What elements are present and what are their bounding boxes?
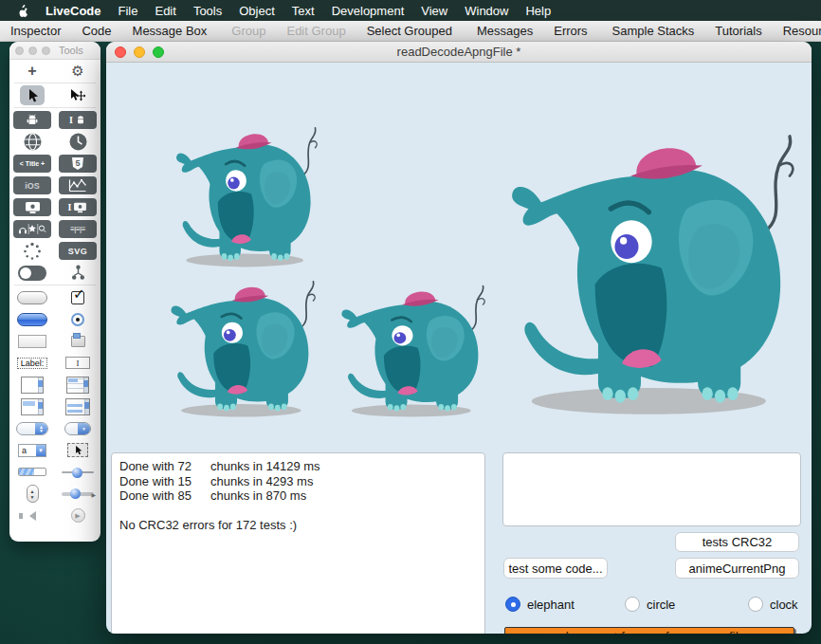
tool-rounded-button[interactable] <box>9 286 55 308</box>
default-button-icon <box>17 313 47 326</box>
toolbar-messages[interactable]: Messages <box>466 24 543 38</box>
toolbar-tutorials[interactable]: Tutorials <box>704 24 772 38</box>
tool-segmented-control-icons[interactable] <box>9 218 55 240</box>
tool-android-field[interactable]: I <box>55 109 100 131</box>
toolbar-message-box[interactable]: Message Box <box>122 24 218 38</box>
toolbar-select-grouped[interactable]: Select Grouped <box>356 24 463 38</box>
table-field-icon <box>66 377 89 394</box>
tool-combo-box[interactable]: a▼ <box>9 439 55 461</box>
basket-icon <box>71 336 85 347</box>
tool-progress-bar[interactable] <box>9 461 55 483</box>
tool-stepper[interactable]: ▲▼ <box>9 483 55 505</box>
toolbar-inspector[interactable]: Inspector <box>0 24 71 38</box>
radio-dot[interactable] <box>625 597 640 612</box>
tree-icon <box>71 265 85 281</box>
tool-slider[interactable] <box>55 461 100 483</box>
tool-tree-view[interactable] <box>55 262 100 284</box>
elephant-image-large <box>478 123 794 419</box>
tool-rectangle-button[interactable] <box>9 330 55 352</box>
tool-browse[interactable] <box>9 84 55 106</box>
tool-scrollbar[interactable]: ▶ <box>55 483 100 505</box>
menu-livecode[interactable]: LiveCode <box>37 4 110 18</box>
tests-crc32-button[interactable]: tests CRC32 <box>675 532 799 552</box>
tool-navbar-widget[interactable]: < Title + <box>9 153 55 175</box>
tool-label[interactable]: Label: <box>9 352 55 374</box>
toolbar-resources[interactable]: Resources <box>773 24 821 38</box>
toolbar-errors[interactable]: Errors <box>543 24 597 38</box>
tool-option-menu[interactable]: ▲▼ <box>9 417 55 439</box>
menu-help[interactable]: Help <box>517 4 559 18</box>
tool-clock-widget[interactable] <box>55 131 100 153</box>
tool-styled-list[interactable] <box>55 396 100 417</box>
radio-elephant[interactable]: elephant <box>505 597 575 612</box>
tool-scrolling-list[interactable] <box>9 396 55 417</box>
tool-mac-native-button[interactable] <box>9 196 55 218</box>
menu-tools[interactable]: Tools <box>185 4 230 18</box>
log-line: Done with 72chunks in 14129 ms <box>119 459 477 474</box>
menu-window[interactable]: Window <box>456 4 517 18</box>
toolbar-sample-stacks[interactable]: Sample Stacks <box>602 24 705 38</box>
tool-segmented-control-text[interactable]: ≡|≡|≡ <box>55 218 100 240</box>
frame-source-radio-group: elephant circle clock <box>106 597 812 616</box>
read-export-frames-button[interactable]: read - export frames from apng file... <box>504 627 794 634</box>
tool-switch-button[interactable] <box>9 262 55 284</box>
menu-object[interactable]: Object <box>230 4 283 18</box>
ios-label: iOS <box>25 181 40 191</box>
tool-popup-menu[interactable]: ▼ <box>55 417 100 439</box>
menu-edit[interactable]: Edit <box>146 4 184 18</box>
tool-text-entry[interactable]: I <box>55 352 100 374</box>
palette-close-button[interactable] <box>15 46 24 55</box>
palette-add-button[interactable]: + <box>9 60 55 82</box>
toolbar-code[interactable]: Code <box>71 24 121 38</box>
radio-circle[interactable]: circle <box>625 597 675 612</box>
test-some-code-button[interactable]: test some code... <box>503 558 608 579</box>
radio-dot[interactable] <box>748 597 763 612</box>
tool-container[interactable] <box>55 330 100 352</box>
menu-text[interactable]: Text <box>283 4 323 18</box>
log-line: Done with 85chunks in 870 ms <box>119 488 477 504</box>
tool-ios-native-button[interactable]: iOS <box>9 175 55 196</box>
log-line: Done with 15chunks in 4293 ms <box>119 474 477 489</box>
tool-pointer[interactable] <box>55 84 100 106</box>
menu-view[interactable]: View <box>412 4 456 18</box>
tools-palette-titlebar[interactable]: Tools <box>9 42 100 60</box>
tool-browser-widget[interactable] <box>9 131 55 153</box>
window-titlebar[interactable]: readDecodeApngFile * <box>106 42 812 63</box>
spinner-icon <box>23 242 42 261</box>
palette-zoom-button[interactable] <box>42 46 50 55</box>
menu-development[interactable]: Development <box>323 4 413 18</box>
tool-graph-widget[interactable] <box>55 175 100 196</box>
speaker-icon <box>29 511 36 521</box>
menu-file[interactable]: File <box>110 4 147 18</box>
mac-monitor-icon <box>73 202 87 213</box>
tool-list-field[interactable] <box>9 374 55 396</box>
palette-minimize-button[interactable] <box>28 46 37 55</box>
segmented-icons-icon <box>17 223 47 235</box>
apple-menu-icon[interactable] <box>15 4 27 18</box>
tool-table-field[interactable] <box>55 374 100 396</box>
tool-activity-indicator[interactable] <box>9 240 55 262</box>
tool-video-player[interactable]: ▶ <box>55 505 100 526</box>
tool-checkbox[interactable]: ✓ <box>55 286 100 308</box>
palette-settings-button[interactable]: ⚙ <box>55 60 100 82</box>
android-icon <box>75 115 86 125</box>
tool-button-menu[interactable] <box>55 439 100 461</box>
anime-current-png-button[interactable]: animeCurrentPng <box>675 558 799 579</box>
popup-menu-icon: ▼ <box>64 422 91 435</box>
tool-audio-player[interactable] <box>9 505 55 526</box>
tool-default-button[interactable] <box>9 308 55 330</box>
tool-android-button[interactable] <box>9 109 55 131</box>
tool-radio-button[interactable] <box>55 308 100 330</box>
rounded-button-icon <box>17 291 47 304</box>
tool-html5-widget[interactable]: 5 <box>55 153 100 175</box>
stack-canvas: Done with 72chunks in 14129 ms Done with… <box>106 63 812 634</box>
radio-clock[interactable]: clock <box>748 597 798 612</box>
gear-icon: ⚙ <box>71 63 83 80</box>
tool-mac-native-field[interactable]: I <box>55 196 100 218</box>
result-field[interactable] <box>502 452 801 526</box>
label-tool-text: Label: <box>17 358 48 369</box>
navbar-widget-label: < Title + <box>20 160 45 167</box>
radio-dot[interactable] <box>505 597 520 612</box>
tool-svg-icon-widget[interactable]: SVG <box>55 240 100 262</box>
toolbar-group: Group <box>221 24 276 38</box>
